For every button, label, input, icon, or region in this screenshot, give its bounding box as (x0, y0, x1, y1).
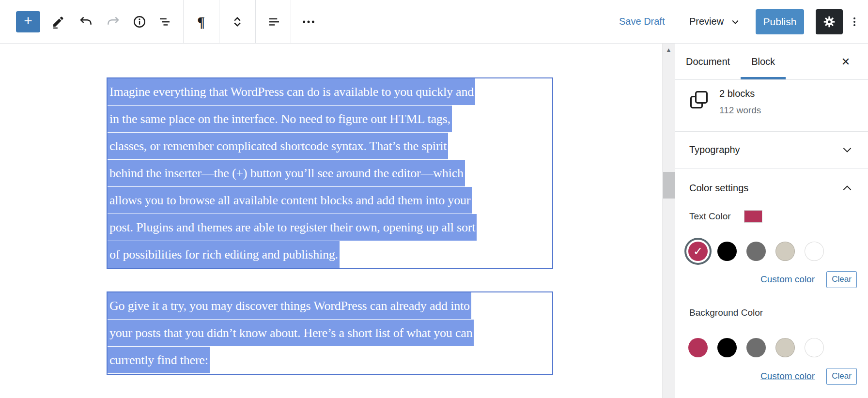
ellipsis-icon (301, 15, 316, 29)
edit-mode-button[interactable] (48, 12, 68, 31)
text-line: classes, or remember complicated shortco… (108, 133, 552, 160)
selected-text: Imagine everything that WordPress can do… (108, 78, 475, 105)
redo-button[interactable] (104, 12, 123, 31)
settings-sidebar: Document Block ✕ 2 blocks 112 words Typo… (675, 44, 868, 398)
more-options-button[interactable] (300, 15, 317, 29)
paragraph-block-button[interactable]: ¶ (194, 14, 208, 30)
word-count: 112 words (719, 105, 761, 116)
text-line: of possibilities for rich editing and pu… (108, 241, 552, 268)
content-structure-button[interactable] (130, 12, 149, 31)
typography-title: Typography (689, 144, 740, 155)
move-up-down-icon (231, 15, 244, 29)
plus-icon: + (24, 13, 32, 29)
toolbar-separator (183, 0, 184, 43)
text-line: your posts that you didn’t know about. H… (108, 320, 552, 347)
block-info-row: 2 blocks 112 words (675, 80, 868, 132)
kebab-menu-icon (849, 15, 860, 29)
color-settings-panel-header[interactable]: Color settings (675, 180, 868, 196)
color-settings-title: Color settings (689, 183, 748, 194)
background-color-label: Background Color (689, 307, 763, 318)
align-left-icon (267, 15, 281, 29)
text-color-row: Text Color (689, 209, 762, 224)
text-line: post. Plugins and themes are able to reg… (108, 214, 552, 241)
background-color-actions: Custom color Clear (760, 367, 857, 385)
tab-block[interactable]: Block (741, 44, 786, 79)
info-icon (132, 15, 147, 29)
list-view-icon (157, 15, 172, 29)
chevron-down-icon (730, 17, 740, 27)
selected-text: your posts that you didn’t know about. H… (108, 320, 474, 346)
block-navigation-button[interactable] (155, 12, 174, 31)
color-swatch-black[interactable] (717, 242, 737, 261)
paragraph-block-1[interactable]: Imagine everything that WordPress can do… (107, 77, 553, 269)
color-swatch-black[interactable] (717, 338, 737, 357)
color-swatch-crimson[interactable]: ✓ (688, 242, 708, 261)
preview-label: Preview (689, 16, 724, 27)
close-icon: ✕ (841, 56, 850, 68)
selected-text: post. Plugins and themes are able to reg… (108, 214, 477, 241)
pencil-icon (51, 15, 65, 29)
color-swatch-beige[interactable] (775, 242, 795, 261)
save-draft-button[interactable]: Save Draft (619, 0, 665, 43)
paragraph-block-2[interactable]: Go give it a try, you may discover thing… (107, 291, 553, 375)
wordpress-editor: + (0, 0, 868, 398)
redo-icon (106, 15, 121, 29)
undo-button[interactable] (76, 12, 95, 31)
background-color-palette (688, 338, 824, 357)
color-swatch-beige[interactable] (775, 338, 795, 357)
selected-text: allows you to browse all available conte… (108, 187, 472, 214)
preview-button[interactable]: Preview (689, 0, 740, 43)
color-swatch-crimson[interactable] (688, 338, 708, 357)
chevron-down-icon (842, 147, 852, 153)
color-swatch-dark-gray[interactable] (746, 242, 766, 261)
selected-text: of possibilities for rich editing and pu… (108, 241, 340, 268)
check-icon: ✓ (693, 245, 703, 258)
publish-button[interactable]: Publish (756, 9, 804, 34)
background-color-clear-button[interactable]: Clear (826, 368, 857, 385)
color-swatch-white[interactable] (805, 242, 824, 261)
scrollbar-up-arrow[interactable]: ▲ (663, 46, 675, 53)
typography-panel: Typography (675, 132, 868, 168)
tab-document[interactable]: Document (675, 44, 741, 79)
text-align-button[interactable] (266, 15, 282, 29)
close-sidebar-button[interactable]: ✕ (836, 44, 855, 80)
text-color-actions: Custom color Clear (760, 271, 857, 288)
color-swatch-white[interactable] (805, 338, 824, 357)
text-line: Go give it a try, you may discover thing… (108, 292, 552, 320)
undo-icon (78, 15, 93, 29)
chevron-up-icon (842, 184, 852, 191)
text-line: allows you to browse all available conte… (108, 187, 552, 214)
text-color-palette: ✓ (688, 242, 824, 261)
selected-text: currently find there: (108, 347, 210, 373)
toolbar-separator (255, 0, 256, 43)
block-mover-control[interactable] (230, 15, 245, 29)
blocks-stack-icon (690, 91, 708, 108)
selected-text: behind the inserter—the (+) button you’l… (108, 160, 465, 186)
text-custom-color-link[interactable]: Custom color (760, 274, 815, 285)
toolbar-separator (219, 0, 219, 43)
show-more-tools-button[interactable] (848, 0, 861, 43)
selected-text: classes, or remember complicated shortco… (108, 133, 448, 159)
selected-text: Go give it a try, you may discover thing… (108, 292, 471, 319)
block-inserter-button[interactable]: + (16, 11, 40, 32)
selected-text: in the same place on the interface. No n… (108, 106, 452, 132)
text-line: in the same place on the interface. No n… (108, 106, 552, 133)
text-color-indicator-swatch[interactable] (744, 210, 762, 223)
paragraph-icon: ¶ (197, 14, 205, 30)
sidebar-tabs: Document Block ✕ (675, 44, 868, 80)
text-line: behind the inserter—the (+) button you’l… (108, 160, 552, 187)
block-count: 2 blocks (719, 88, 755, 99)
gear-icon (822, 15, 837, 29)
settings-toggle-button[interactable] (816, 9, 843, 34)
background-custom-color-link[interactable]: Custom color (760, 371, 815, 382)
toolbar-separator (291, 0, 291, 43)
color-swatch-dark-gray[interactable] (746, 338, 766, 357)
text-line: Imagine everything that WordPress can do… (108, 78, 552, 106)
editor-header: + (0, 0, 868, 44)
scrollbar-thumb[interactable] (663, 172, 675, 199)
text-color-clear-button[interactable]: Clear (826, 271, 857, 288)
text-line: currently find there: (108, 347, 552, 374)
editor-canvas: Imagine everything that WordPress can do… (0, 44, 662, 398)
typography-panel-header[interactable]: Typography (675, 132, 868, 168)
canvas-scrollbar[interactable]: ▲ (662, 44, 675, 398)
